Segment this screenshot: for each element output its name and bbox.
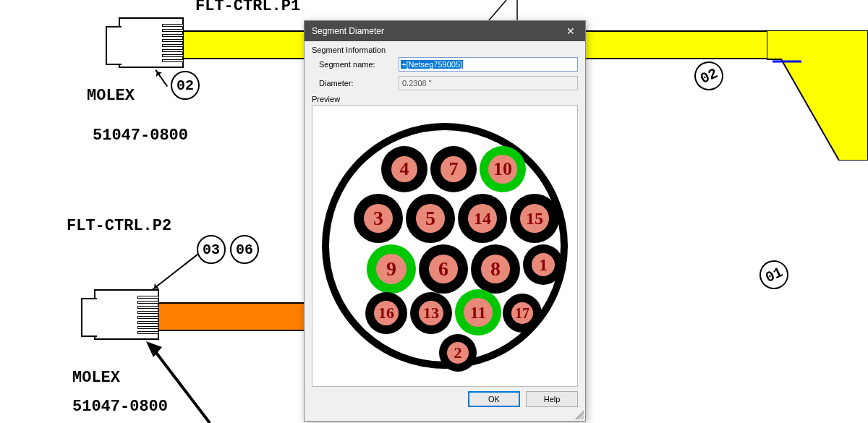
wire-core-15: 15 [510,194,559,243]
wire-core-label: 11 [464,298,493,327]
resize-grip-icon[interactable] [575,411,584,419]
preview-label: Preview [312,95,578,103]
dialog-title: Segment Diameter [312,26,563,36]
connector-p2 [94,289,159,340]
leader [152,254,198,291]
wire-core-17: 17 [503,294,542,333]
wire-core-label: 2 [447,342,469,364]
wire-core-label: 16 [374,301,399,325]
wire-core-label: 14 [468,204,497,233]
wire-core-16: 16 [365,292,407,334]
wire-core-10: 10 [480,146,526,192]
segment-name-input[interactable]: +[Netseg759005] [399,57,578,72]
dialog-titlebar[interactable]: Segment Diameter ✕ [305,21,585,41]
connector-p2-mfr: MOLEX [72,369,120,387]
wire-core-9: 9 [367,244,416,294]
diameter-label: Diameter: [319,79,399,87]
wire-core-14: 14 [458,194,507,243]
balloon-03: 03 [197,235,226,264]
leader [155,69,168,87]
wire-core-label: 3 [364,204,393,233]
balloon-01: 01 [754,255,793,294]
balloon-02-a: 02 [171,71,200,100]
wire-core-13: 13 [410,292,452,334]
wire-core-11: 11 [455,289,501,336]
segment-name-value: +[Netseg759005] [401,60,463,69]
wire-core-7: 7 [430,146,477,192]
wire-core-label: 1 [532,253,555,276]
wire-core-label: 7 [441,156,467,182]
wire-core-label: 17 [511,302,533,324]
connector-p1-ref: FLT-CTRL.P1 [195,0,300,15]
bundle-ring: 47103514159681161311172 [322,123,568,369]
balloon-02-b: 02 [689,56,728,95]
svg-line-2 [152,347,210,423]
segment-name-label: Segment name: [319,60,399,69]
segment-diameter-dialog: Segment Diameter ✕ Segment Information S… [304,20,586,422]
connector-p1 [119,17,184,68]
wire-core-label: 10 [488,155,517,184]
ok-button[interactable]: OK [468,391,520,407]
wire-core-label: 5 [416,204,445,233]
wire-core-6: 6 [419,244,468,294]
help-button[interactable]: Help [526,391,578,407]
close-icon[interactable]: ✕ [563,25,578,37]
wire-core-label: 9 [376,254,407,284]
wire-core-4: 4 [381,146,427,192]
diameter-input [399,76,578,90]
wire-branch [767,30,868,161]
wire-core-label: 6 [429,255,458,283]
wire-core-label: 4 [391,156,417,182]
wire-core-1: 1 [523,244,563,285]
wire-core-label: 8 [481,255,510,283]
preview-area: 47103514159681161311172 [312,105,578,387]
segment-info-label: Segment Information [312,46,578,54]
balloon-06: 06 [230,235,259,264]
wire-core-2: 2 [439,334,477,372]
svg-marker-3 [146,341,162,357]
svg-marker-0 [767,30,868,161]
connector-p1-mfr: MOLEX [87,87,135,105]
arrow-annotation [145,340,217,423]
wire-core-5: 5 [406,194,455,243]
wire-core-label: 15 [520,204,549,233]
wire-core-3: 3 [354,194,403,243]
connector-p2-ref: FLT-CTRL.P2 [67,217,171,235]
connector-p1-pn: 51047-0800 [93,127,188,145]
wire-core-label: 13 [419,301,443,325]
wire-core-8: 8 [471,244,520,294]
